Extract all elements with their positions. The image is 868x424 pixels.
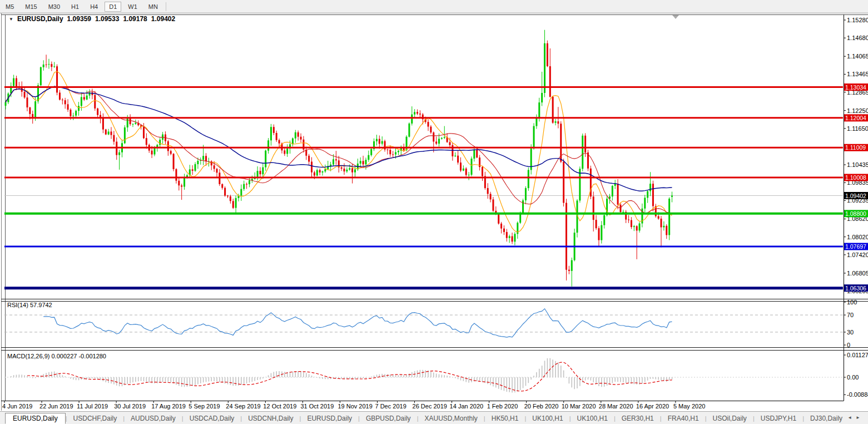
svg-text:1.10435: 1.10435 (847, 161, 868, 168)
svg-text:1.06805: 1.06805 (847, 270, 868, 277)
svg-text:1.11009: 1.11009 (845, 144, 866, 151)
svg-text:4 Jun 2019: 4 Jun 2019 (2, 403, 32, 410)
svg-text:14 Jan 2020: 14 Jan 2020 (450, 403, 484, 410)
svg-text:100: 100 (847, 299, 857, 305)
macd-main-value: 0.000227 (51, 353, 77, 359)
svg-text:11 Jul 2019: 11 Jul 2019 (77, 403, 108, 410)
svg-text:1.07697: 1.07697 (845, 243, 866, 250)
ohlc-low: 1.09178 (123, 15, 147, 23)
svg-text:31 Oct 2019: 31 Oct 2019 (300, 403, 334, 410)
tab-usoil-daily[interactable]: USOil,Daily (707, 413, 753, 424)
tab-gbpusd-daily[interactable]: GBPUSD,Daily (360, 413, 417, 424)
rsi-panel: 10070300 (4, 299, 857, 348)
moving-averages-layer (6, 71, 672, 232)
chart-canvas[interactable]: 1.152801.146801.140651.134651.128651.122… (0, 0, 868, 424)
macd-panel: 0.0112770.00-0.00884 (4, 352, 868, 398)
ma-line-8 (6, 71, 672, 232)
price-level-label: 1.07697 (844, 243, 868, 250)
price-level-label: 1.06306 (844, 284, 868, 292)
svg-text:1.08020: 1.08020 (847, 234, 868, 240)
svg-text:28 Mar 2020: 28 Mar 2020 (599, 403, 633, 410)
svg-text:-0.00884: -0.00884 (847, 391, 868, 398)
svg-text:0.011277: 0.011277 (847, 352, 868, 358)
svg-text:1.09402: 1.09402 (845, 193, 866, 199)
date-axis: 4 Jun 201922 Jun 201911 Jul 201930 Jul 2… (2, 401, 705, 410)
tab-scroll-right-icon[interactable]: ► (856, 415, 864, 420)
price-level-label: 1.13034 (844, 83, 868, 91)
chart-dropdown-icon[interactable]: ▼ (9, 17, 13, 22)
tab-xauusd-monthly[interactable]: XAUUSD,Monthly (418, 413, 483, 424)
mt4-window: M5M15M30H1H4D1W1MN 1.152801.146801.14065… (0, 0, 868, 424)
macd-signal-line (27, 362, 672, 391)
rsi-value: 57.9742 (30, 302, 52, 308)
svg-text:30 Jul 2019: 30 Jul 2019 (114, 403, 146, 410)
tab-audusd-daily[interactable]: AUDUSD,Daily (125, 413, 182, 424)
ma-line-55 (6, 86, 672, 191)
tab-eurusd-daily[interactable]: EURUSD,Daily (301, 413, 358, 424)
tab-uk100-h1[interactable]: UK100,H1 (571, 413, 614, 424)
svg-text:12 Oct 2019: 12 Oct 2019 (263, 403, 296, 410)
price-level-label: 1.09402 (844, 192, 868, 199)
svg-text:1.12250: 1.12250 (847, 107, 868, 114)
svg-text:1 Feb 2020: 1 Feb 2020 (487, 403, 518, 410)
svg-text:5 Sep 2019: 5 Sep 2019 (189, 403, 220, 410)
rsi-line (43, 309, 672, 337)
symbol-tab-bar: EURUSD,Daily|USDCHF,Daily|AUDUSD,Daily|U… (0, 411, 868, 424)
macd-title: MACD(12,26,9) 0.000227 -0.001280 (7, 353, 106, 359)
svg-text:17 Aug 2019: 17 Aug 2019 (151, 403, 186, 410)
tab-usdjpy-h1[interactable]: USDJPY,H1 (755, 413, 802, 424)
svg-text:1.07420: 1.07420 (847, 252, 868, 258)
ohlc-open: 1.09359 (67, 15, 91, 23)
price-level-label: 1.10008 (844, 174, 868, 181)
svg-text:24 Sep 2019: 24 Sep 2019 (226, 403, 260, 410)
svg-text:16 Apr 2020: 16 Apr 2020 (636, 403, 669, 410)
chart-symbol: EURUSD,Daily (17, 15, 63, 23)
price-axis-labels: 1.152801.146801.140651.134651.128651.122… (844, 17, 868, 294)
tab-uk100-h1[interactable]: UK100,H1 (526, 413, 569, 424)
tab-hk50-h1[interactable]: HK50,H1 (485, 413, 525, 424)
svg-text:26 Dec 2019: 26 Dec 2019 (413, 403, 447, 410)
svg-text:0.00: 0.00 (847, 374, 859, 381)
svg-text:5 May 2020: 5 May 2020 (673, 403, 705, 410)
svg-text:1.11650: 1.11650 (847, 125, 868, 132)
rsi-title: RSI(14) 57.9742 (7, 302, 52, 308)
tab-eurusd-daily[interactable]: EURUSD,Daily (5, 413, 66, 424)
tab-usdcad-daily[interactable]: USDCAD,Daily (183, 413, 241, 424)
svg-text:70: 70 (847, 312, 854, 318)
svg-text:20 Feb 2020: 20 Feb 2020 (524, 403, 559, 410)
price-level-label: 1.11009 (844, 144, 868, 151)
svg-text:1.14065: 1.14065 (847, 53, 868, 60)
tab-dj30-daily[interactable]: DJ30,Daily (804, 413, 849, 424)
svg-text:30: 30 (847, 329, 854, 336)
macd-name: MACD(12,26,9) (7, 353, 49, 359)
price-levels-layer: 1.130341.120041.110091.100081.088001.076… (4, 83, 868, 292)
svg-text:1.10008: 1.10008 (845, 174, 866, 181)
svg-text:7 Dec 2019: 7 Dec 2019 (375, 403, 406, 410)
chart-title: ▼ EURUSD,Daily 1.09359 1.09533 1.09178 1… (9, 15, 179, 23)
svg-text:1.14680: 1.14680 (847, 34, 868, 41)
svg-text:1.12004: 1.12004 (845, 115, 866, 121)
tab-usdchf-daily[interactable]: USDCHF,Daily (67, 413, 123, 424)
svg-text:22 Jun 2019: 22 Jun 2019 (39, 403, 73, 410)
chart-shift-marker-icon[interactable] (672, 15, 679, 19)
tab-scroll-left-icon[interactable]: ◄ (847, 415, 856, 420)
tab-ger30-h1[interactable]: GER30,H1 (616, 413, 660, 424)
price-level-label: 1.08800 (844, 210, 868, 217)
svg-text:1.13034: 1.13034 (845, 84, 866, 91)
svg-text:1.06306: 1.06306 (845, 285, 866, 292)
tab-fra40-h1[interactable]: FRA40,H1 (662, 413, 705, 424)
svg-text:1.13465: 1.13465 (847, 71, 868, 77)
svg-text:19 Nov 2019: 19 Nov 2019 (338, 403, 372, 410)
price-level-label: 1.12004 (844, 114, 868, 121)
svg-text:10 Mar 2020: 10 Mar 2020 (562, 403, 596, 410)
svg-text:1.15280: 1.15280 (847, 17, 868, 23)
ohlc-high: 1.09533 (95, 15, 119, 23)
ohlc-close: 1.09402 (151, 15, 175, 23)
macd-signal-value: -0.001280 (78, 353, 106, 359)
svg-text:0: 0 (847, 342, 850, 348)
tab-usdcnh-daily[interactable]: USDCNH,Daily (242, 413, 299, 424)
tab-scroll-arrows[interactable]: ◄► (847, 415, 864, 420)
svg-text:1.08800: 1.08800 (845, 210, 866, 217)
rsi-name: RSI(14) (7, 302, 28, 308)
